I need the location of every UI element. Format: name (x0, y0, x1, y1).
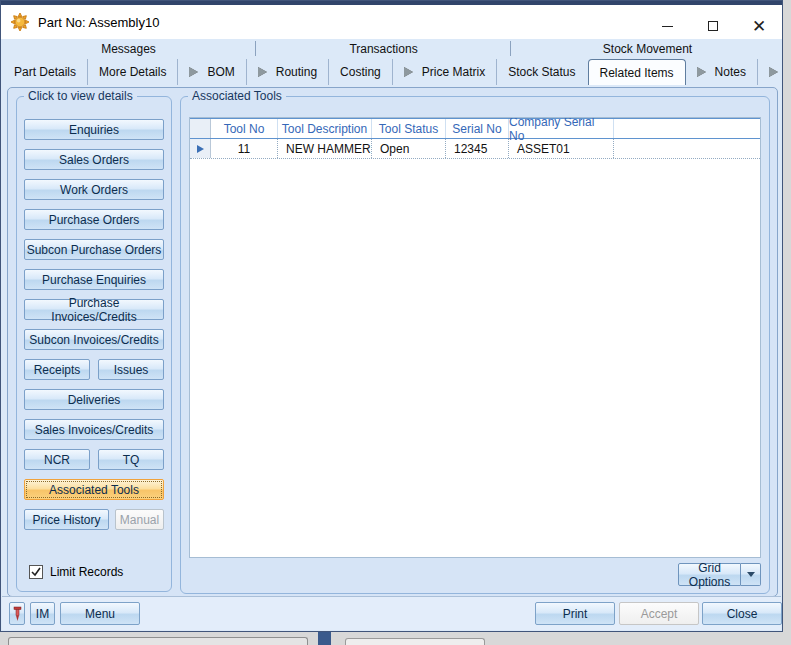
work-orders-button[interactable]: Work Orders (24, 179, 164, 200)
row-selector-header (190, 119, 211, 138)
tab-routing[interactable]: Routing (246, 59, 328, 85)
im-button[interactable]: IM (30, 602, 55, 625)
column-header-company-serial-no[interactable]: Company Serial No (509, 119, 614, 138)
tab-more-details[interactable]: More Details (87, 59, 177, 85)
part-details-window: Part No: Assembly10 ✕ Messages Transacti… (0, 0, 783, 632)
issues-button[interactable]: Issues (98, 359, 164, 380)
titlebar: Part No: Assembly10 ✕ (1, 5, 782, 39)
manual-button[interactable]: Manual (115, 509, 164, 530)
maximize-button[interactable] (690, 9, 736, 43)
accept-button[interactable]: Accept (619, 602, 699, 625)
background-window-fragment (8, 637, 308, 645)
footer-bar: IM Menu Print Accept Close (2, 596, 781, 630)
tab-group-transactions[interactable]: Transactions (256, 39, 511, 59)
deliveries-button[interactable]: Deliveries (24, 389, 164, 410)
column-header-tool-description[interactable]: Tool Description (278, 119, 372, 138)
tab-group-row: Messages Transactions Stock Movement (1, 39, 784, 59)
minimize-button[interactable] (644, 9, 690, 43)
tab-row: Part Details More Details BOM Routing Co… (3, 59, 791, 85)
enquiries-button[interactable]: Enquiries (24, 119, 164, 140)
cell-serial-no[interactable]: 12345 (446, 139, 509, 158)
close-icon: ✕ (752, 18, 766, 35)
purchase-orders-button[interactable]: Purchase Orders (24, 209, 164, 230)
cell-tool-status[interactable]: Open (372, 139, 446, 158)
close-button[interactable]: Close (702, 602, 782, 625)
column-header-filler (614, 119, 760, 138)
limit-records-label: Limit Records (50, 565, 123, 579)
desktop-background (0, 632, 791, 645)
desktop-background (783, 0, 791, 645)
tab-flow-arrow-icon (258, 67, 267, 77)
minimize-icon (662, 26, 673, 27)
tab-flow-arrow-icon (404, 67, 413, 77)
limit-records-control[interactable]: Limit Records (29, 565, 123, 579)
price-history-button[interactable]: Price History (24, 509, 109, 530)
associated-tools-group-title: Associated Tools (188, 89, 286, 103)
background-window-fragment (318, 632, 331, 645)
table-row[interactable]: 11 NEW HAMMER Open 12345 ASSET01 (190, 139, 760, 159)
cell-tool-no[interactable]: 11 (211, 139, 278, 158)
grid-options-split-button: Grid Options (678, 563, 761, 586)
associated-tools-button[interactable]: Associated Tools (24, 479, 164, 500)
cell-filler (614, 139, 760, 158)
cell-company-serial-no[interactable]: ASSET01 (509, 139, 614, 158)
grid-options-dropdown-button[interactable] (741, 563, 761, 586)
menu-button[interactable]: Menu (60, 602, 140, 625)
column-header-tool-no[interactable]: Tool No (211, 119, 278, 138)
grid-options-button[interactable]: Grid Options (678, 563, 741, 586)
chevron-down-icon (747, 572, 755, 577)
background-window-fragment (345, 638, 485, 645)
related-items-panel: Click to view details Enquiries Sales Or… (7, 87, 778, 597)
purchase-enquiries-button[interactable]: Purchase Enquiries (24, 269, 164, 290)
tab-stock-status[interactable]: Stock Status (496, 59, 586, 85)
row-selector-cell[interactable] (190, 139, 211, 158)
tab-notes[interactable]: Notes (686, 59, 757, 85)
column-header-tool-status[interactable]: Tool Status (372, 119, 446, 138)
check-icon (31, 567, 41, 577)
column-header-serial-no[interactable]: Serial No (446, 119, 509, 138)
tab-group-stock-movement[interactable]: Stock Movement (511, 39, 784, 59)
current-row-arrow-icon (197, 145, 204, 153)
associated-tools-grid[interactable]: Tool No Tool Description Tool Status Ser… (189, 117, 761, 558)
associated-tools-group: Associated Tools Tool No Tool Descriptio… (180, 96, 770, 594)
cell-tool-description[interactable]: NEW HAMMER (278, 139, 372, 158)
pushpin-icon (13, 606, 22, 622)
subcon-invoices-credits-button[interactable]: Subcon Invoices/Credits (24, 329, 164, 350)
maximize-icon (708, 21, 718, 31)
sales-invoices-credits-button[interactable]: Sales Invoices/Credits (24, 419, 164, 440)
tq-button[interactable]: TQ (98, 449, 164, 470)
subcon-purchase-orders-button[interactable]: Subcon Purchase Orders (24, 239, 164, 260)
tab-related-items[interactable]: Related Items (588, 59, 686, 85)
tab-group-messages[interactable]: Messages (1, 39, 256, 59)
grid-header-row: Tool No Tool Description Tool Status Ser… (190, 118, 760, 139)
tab-costing[interactable]: Costing (328, 59, 392, 85)
tab-flow-arrow-icon (697, 67, 706, 77)
tab-price-matrix[interactable]: Price Matrix (392, 59, 496, 85)
limit-records-checkbox[interactable] (29, 565, 43, 579)
click-to-view-details-group: Click to view details Enquiries Sales Or… (16, 96, 172, 592)
close-window-button[interactable]: ✕ (736, 9, 782, 43)
print-button[interactable]: Print (535, 602, 615, 625)
receipts-button[interactable]: Receipts (24, 359, 90, 380)
tab-part-details[interactable]: Part Details (3, 59, 87, 85)
tab-flow-arrow-icon (189, 67, 198, 77)
ncr-button[interactable]: NCR (24, 449, 90, 470)
sun-icon (11, 13, 29, 31)
pin-button[interactable] (9, 602, 25, 625)
tab-bom[interactable]: BOM (177, 59, 245, 85)
sales-orders-button[interactable]: Sales Orders (24, 149, 164, 170)
window-title: Part No: Assembly10 (38, 15, 159, 30)
purchase-invoices-credits-button[interactable]: Purchase Invoices/Credits (24, 299, 164, 320)
tab-flow-arrow-icon (769, 67, 778, 77)
